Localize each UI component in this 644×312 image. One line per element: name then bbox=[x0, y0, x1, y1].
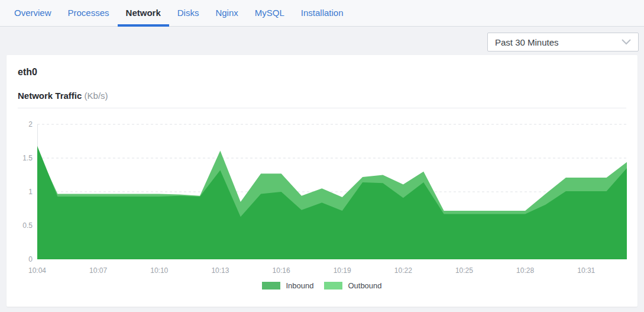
x-axis-label: 10:19 bbox=[334, 266, 351, 275]
x-axis-label: 10:31 bbox=[577, 266, 595, 275]
y-axis-label: 1.5 bbox=[22, 154, 33, 162]
network-interface-card: eth0 Network Traffic (Kb/s) 00.511.5210:… bbox=[7, 55, 637, 307]
tab-installation[interactable]: Installation bbox=[293, 0, 352, 26]
tab-bar: OverviewProcessesNetworkDisksNginxMySQLI… bbox=[0, 0, 644, 27]
interface-name: eth0 bbox=[18, 67, 37, 78]
chart-unit: (Kb/s) bbox=[85, 91, 108, 101]
time-range-dropdown[interactable]: Past 30 Minutes bbox=[487, 33, 639, 52]
area-chart-plot bbox=[37, 124, 627, 259]
legend-item-inbound[interactable]: Inbound bbox=[262, 281, 313, 290]
y-axis-label: 1 bbox=[28, 188, 33, 196]
x-axis-label: 10:07 bbox=[89, 266, 107, 275]
x-axis-label: 10:22 bbox=[394, 266, 412, 275]
legend-swatch-inbound bbox=[262, 282, 280, 290]
x-axis-label: 10:04 bbox=[28, 266, 46, 275]
legend-item-outbound[interactable]: Outbound bbox=[324, 281, 381, 290]
x-axis-label: 10:28 bbox=[516, 266, 534, 275]
tab-mysql[interactable]: MySQL bbox=[247, 0, 293, 26]
chart-title: Network Traffic bbox=[18, 91, 82, 101]
x-axis-label: 10:13 bbox=[211, 266, 229, 275]
tab-network[interactable]: Network bbox=[118, 0, 169, 26]
legend-label: Inbound bbox=[286, 281, 313, 290]
tab-nginx[interactable]: Nginx bbox=[207, 0, 246, 26]
tab-disks[interactable]: Disks bbox=[169, 0, 208, 26]
legend-swatch-outbound bbox=[324, 282, 342, 290]
network-traffic-chart: 00.511.5210:0410:0710:1010:1310:1610:191… bbox=[37, 124, 627, 259]
time-range-value: Past 30 Minutes bbox=[495, 37, 559, 47]
divider bbox=[18, 108, 626, 108]
tab-processes[interactable]: Processes bbox=[60, 0, 118, 26]
y-axis-label: 2 bbox=[28, 120, 33, 128]
chevron-down-icon bbox=[622, 39, 631, 45]
x-axis-label: 10:16 bbox=[273, 266, 290, 275]
tab-overview[interactable]: Overview bbox=[6, 0, 60, 26]
x-axis-label: 10:25 bbox=[455, 266, 473, 275]
y-axis-label: 0 bbox=[28, 255, 33, 263]
chart-heading: Network Traffic (Kb/s) bbox=[18, 91, 108, 101]
x-axis-label: 10:10 bbox=[150, 266, 168, 275]
y-axis-label: 0.5 bbox=[22, 221, 33, 230]
chart-legend: InboundOutbound bbox=[7, 281, 637, 290]
legend-label: Outbound bbox=[348, 281, 381, 290]
